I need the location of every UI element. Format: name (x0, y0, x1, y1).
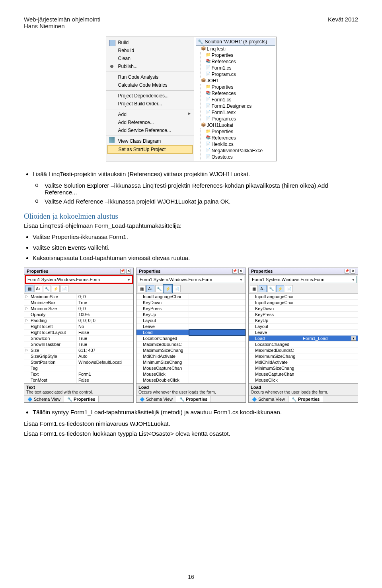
properties-icon[interactable]: 🔧 (155, 285, 163, 292)
tree-item[interactable]: Properties (205, 84, 275, 90)
object-selector[interactable]: Form1 System.Windows.Forms.Form (250, 276, 357, 283)
close-icon[interactable]: ✕ (238, 269, 243, 274)
prop-row[interactable]: MouseClick (249, 377, 358, 383)
prop-row[interactable]: MaximumSizeChang (136, 347, 246, 353)
tree-item[interactable]: Form1.resx (205, 109, 275, 116)
prop-row[interactable]: RightToLeftLayoutFalse (24, 330, 133, 336)
tree-item[interactable]: Properties (205, 52, 275, 58)
prop-row[interactable]: Layout (249, 324, 358, 330)
prop-grid[interactable]: MaximumSize0; 0MinimizeBoxTrueMinimumSiz… (24, 293, 133, 383)
ctx-item-add-ref[interactable]: Add Reference... (106, 118, 194, 126)
tree-item[interactable]: Form1.cs (205, 97, 275, 103)
prop-row[interactable]: MouseCaptureChan (136, 365, 246, 371)
ctx-item-publish[interactable]: Publish... (106, 62, 194, 70)
alpha-icon[interactable]: A↓ (259, 285, 267, 292)
prop-row[interactable]: RightToLeftNo (24, 324, 133, 330)
tree-item[interactable]: References (205, 58, 275, 65)
prop-row[interactable]: InputLanguageChar (136, 294, 246, 300)
close-icon[interactable]: ✕ (351, 269, 355, 274)
prop-row[interactable]: MinimumSize0; 0 (24, 306, 133, 312)
events-icon[interactable]: ⚡ (52, 285, 60, 292)
ctx-item-rebuild[interactable]: Rebuild (106, 47, 194, 54)
prop-row[interactable]: Layout (136, 318, 246, 324)
ctx-item-build-order[interactable]: Project Build Order... (106, 100, 194, 108)
ctx-item-view-diagram[interactable]: View Class Diagram (106, 136, 194, 145)
prop-row[interactable]: TextForm1 (24, 371, 133, 377)
tree-proj-joh1[interactable]: JOH1 (201, 78, 275, 84)
tab-schema[interactable]: Schema View (249, 396, 288, 402)
prop-row[interactable]: LocationChanged (136, 336, 246, 342)
prop-row[interactable]: KeyPress (249, 312, 358, 318)
pin-icon[interactable]: 📌 (120, 269, 125, 274)
prop-row[interactable]: LocationChanged (249, 342, 358, 347)
prop-row[interactable]: KeyUp (249, 318, 358, 324)
events-icon[interactable]: ⚡ (164, 285, 172, 292)
categorized-icon[interactable]: ▦ (250, 285, 258, 292)
pin-icon[interactable]: 📌 (232, 269, 237, 274)
categorized-icon[interactable]: ▦ (138, 285, 146, 292)
alpha-icon[interactable]: A↓ (146, 285, 154, 292)
tab-schema[interactable]: Schema View (136, 396, 176, 402)
properties-icon[interactable]: 🔧 (267, 285, 275, 292)
prop-row[interactable]: Padding0; 0; 0; 0 (24, 318, 133, 324)
tab-properties[interactable]: Properties (64, 396, 99, 402)
tree-item[interactable]: Henkilo.cs (205, 141, 275, 147)
ctx-item-startup[interactable]: Set as StartUp Project (107, 145, 193, 154)
tree-item[interactable]: Properties (205, 128, 275, 135)
pages-icon[interactable]: 📄 (173, 285, 181, 292)
tree-item[interactable]: NegatiivinenPalkkaExce (205, 147, 275, 154)
ctx-item-add-service-ref[interactable]: Add Service Reference... (106, 126, 194, 134)
tree-proj-linqtesti[interactable]: LinqTesti (201, 46, 275, 52)
prop-row[interactable]: TonMostFalse (24, 377, 133, 383)
tree-item[interactable]: References (205, 90, 275, 97)
close-icon[interactable]: ✕ (126, 269, 131, 274)
prop-row[interactable]: KeyPress (136, 306, 246, 312)
properties-icon[interactable]: 🔧 (43, 285, 51, 292)
prop-row[interactable]: Tag (24, 365, 133, 371)
tree-proj-joh1luokat[interactable]: JOH1Luokat (201, 122, 275, 128)
prop-row[interactable]: MaximizedBoundsC (136, 342, 246, 347)
prop-row[interactable]: MouseClick (136, 371, 246, 377)
tree-item[interactable]: Osasto.cs (205, 154, 275, 160)
ctx-item-add[interactable]: Add (106, 109, 194, 118)
prop-row[interactable]: StartPositionWindowsDefaultLocati (24, 359, 133, 365)
prop-row[interactable]: Leave (249, 330, 358, 336)
prop-row[interactable]: MdiChildActivate (136, 353, 246, 359)
prop-row[interactable]: KeyDown (249, 306, 358, 312)
prop-row[interactable]: InputLanguageChar (249, 294, 358, 300)
tab-properties[interactable]: Properties (176, 396, 211, 402)
prop-row[interactable]: Opacity100% (24, 312, 133, 318)
prop-row[interactable]: SizeGripStyleAuto (24, 353, 133, 359)
prop-row[interactable]: MouseDoubleClick (136, 377, 246, 383)
tree-item[interactable]: Form1.cs (205, 65, 275, 71)
prop-row[interactable]: InputLanguageChar (249, 300, 358, 306)
prop-row[interactable]: KeyUp (136, 312, 246, 318)
alpha-icon[interactable]: A↓ (34, 285, 42, 292)
categorized-icon[interactable]: ▦ (25, 285, 33, 292)
solution-title[interactable]: Solution 'WJOH1' (3 projects) (196, 38, 275, 46)
tab-schema[interactable]: Schema View (24, 396, 64, 402)
object-selector[interactable]: Form1 System.Windows.Forms.Form (138, 276, 244, 283)
prop-row[interactable]: MinimumSizeChang (249, 365, 358, 371)
prop-row[interactable]: ShowInTaskbarTrue (24, 342, 133, 347)
prop-row[interactable]: LoadForm1_Load▾ (249, 336, 358, 342)
prop-row[interactable]: MinimumSizeChang (136, 359, 246, 365)
prop-row[interactable]: MouseCaptureChan (249, 371, 358, 377)
prop-row[interactable]: MaximumSize0; 0 (24, 294, 133, 300)
tab-properties[interactable]: Properties (288, 396, 323, 402)
tree-item[interactable]: References (205, 135, 275, 141)
events-icon[interactable]: ⚡ (276, 285, 284, 292)
pages-icon[interactable]: 📄 (285, 285, 293, 292)
prop-row[interactable]: MinimizeBoxTrue (24, 300, 133, 306)
tree-item[interactable]: Form1.Designer.cs (205, 103, 275, 109)
prop-grid[interactable]: InputLanguageCharInputLanguageCharKeyDow… (249, 293, 358, 383)
prop-row[interactable]: Leave (136, 324, 246, 330)
pages-icon[interactable]: 📄 (60, 285, 68, 292)
prop-row[interactable]: ShowIconTrue (24, 336, 133, 342)
tree-item[interactable]: Program.cs (205, 116, 275, 122)
prop-row[interactable]: KeyDown (136, 300, 246, 306)
ctx-item-calc-metrics[interactable]: Calculate Code Metrics (106, 81, 194, 89)
ctx-item-run-analysis[interactable]: Run Code Analysis (106, 72, 194, 81)
tree-item[interactable]: Program.cs (205, 71, 275, 78)
object-selector[interactable]: Form1 System.Windows.Forms.Form (25, 276, 132, 283)
